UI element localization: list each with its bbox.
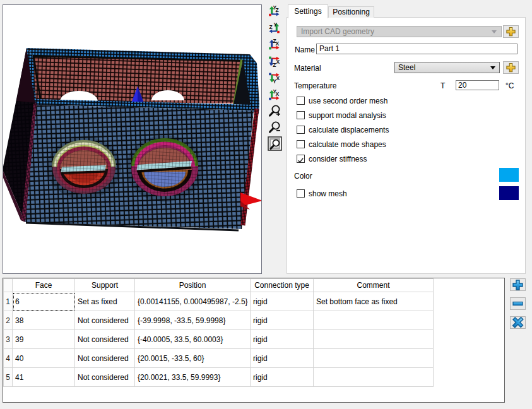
svg-text:Y: Y [273, 22, 277, 28]
svg-text:X: X [275, 91, 279, 97]
svg-text:Z: Z [273, 62, 276, 68]
svg-text:Y: Y [273, 78, 276, 84]
svg-text:X: X [276, 75, 280, 81]
svg-text:X: X [276, 59, 280, 65]
svg-text:Z: Z [275, 7, 278, 13]
svg-text:X: X [275, 40, 279, 47]
svg-text:Z: Z [269, 24, 272, 30]
